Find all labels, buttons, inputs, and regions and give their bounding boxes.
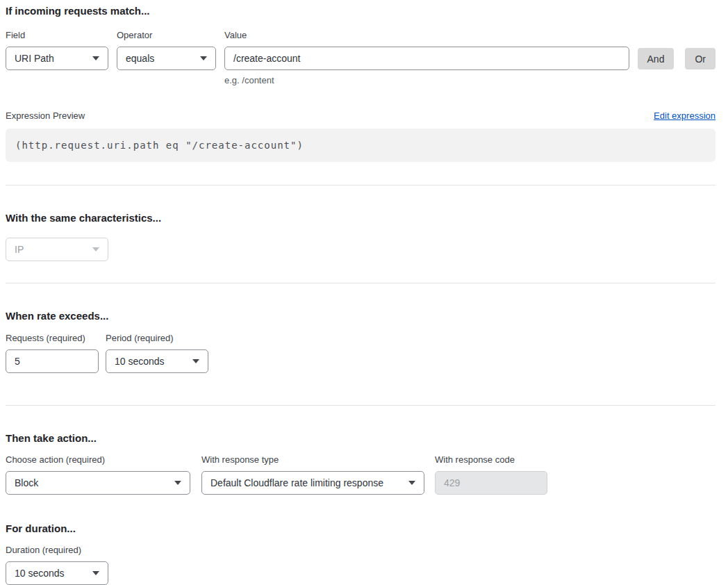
requests-label: Requests (required) bbox=[6, 333, 99, 343]
field-select[interactable]: URI Path bbox=[6, 47, 108, 70]
duration-select[interactable]: 10 seconds bbox=[6, 561, 108, 585]
value-input[interactable] bbox=[224, 47, 629, 70]
response-type-column: With response type Default Cloudflare ra… bbox=[201, 455, 424, 495]
spacer bbox=[6, 406, 715, 433]
chevron-down-icon bbox=[92, 247, 99, 252]
spacer bbox=[6, 186, 715, 213]
operator-select-value: equals bbox=[126, 53, 154, 64]
spacer bbox=[6, 283, 715, 311]
response-type-select[interactable]: Default Cloudflare rate limiting respons… bbox=[201, 471, 424, 495]
field-select-value: URI Path bbox=[15, 53, 54, 64]
spacer bbox=[6, 261, 715, 283]
field-column: Field URI Path bbox=[6, 31, 108, 70]
period-label: Period (required) bbox=[106, 333, 208, 343]
choose-action-label: Choose action (required) bbox=[6, 455, 190, 465]
operator-label: Operator bbox=[117, 31, 216, 40]
requests-input[interactable] bbox=[6, 349, 99, 373]
period-select[interactable]: 10 seconds bbox=[106, 349, 208, 373]
response-code-input bbox=[435, 471, 547, 495]
chevron-down-icon bbox=[200, 56, 207, 60]
value-column: Value e.g. /content bbox=[224, 31, 629, 85]
response-code-column: With response code bbox=[435, 455, 547, 495]
response-type-select-value: Default Cloudflare rate limiting respons… bbox=[210, 477, 383, 488]
expression-preview-label: Expression Preview bbox=[6, 111, 85, 121]
duration-select-value: 10 seconds bbox=[15, 568, 65, 579]
section-incoming-requests: If incoming requests match... Field URI … bbox=[6, 6, 715, 162]
rate-row: Requests (required) Period (required) 10… bbox=[6, 333, 715, 373]
requests-column: Requests (required) bbox=[6, 333, 99, 373]
section-duration: For duration... Duration (required) 10 s… bbox=[6, 523, 715, 585]
chevron-down-icon bbox=[92, 56, 99, 60]
chevron-down-icon bbox=[174, 481, 181, 485]
chevron-down-icon bbox=[408, 481, 415, 485]
expression-preview-header: Expression Preview Edit expression bbox=[6, 110, 715, 121]
period-column: Period (required) 10 seconds bbox=[106, 333, 208, 373]
spacer bbox=[6, 373, 715, 405]
operator-column: Operator equals bbox=[117, 31, 216, 70]
edit-expression-link[interactable]: Edit expression bbox=[654, 110, 715, 121]
choose-action-column: Choose action (required) Block bbox=[6, 455, 190, 495]
characteristics-select: IP bbox=[6, 238, 108, 261]
or-button[interactable]: Or bbox=[685, 48, 715, 69]
section-rate: When rate exceeds... Requests (required)… bbox=[6, 311, 715, 373]
spacer bbox=[6, 162, 715, 185]
duration-label: Duration (required) bbox=[6, 545, 715, 555]
rate-heading: When rate exceeds... bbox=[6, 311, 715, 322]
andor-buttons: And Or bbox=[629, 31, 715, 69]
section-characteristics: With the same characteristics... IP bbox=[6, 213, 715, 261]
rate-limiting-rule-form: If incoming requests match... Field URI … bbox=[0, 0, 728, 585]
operator-select[interactable]: equals bbox=[117, 47, 216, 70]
response-code-label: With response code bbox=[435, 455, 547, 465]
match-expression-row: Field URI Path Operator equals Value e.g… bbox=[6, 31, 715, 85]
response-type-label: With response type bbox=[201, 455, 424, 465]
period-select-value: 10 seconds bbox=[115, 356, 165, 367]
chevron-down-icon bbox=[92, 571, 99, 575]
and-button[interactable]: And bbox=[638, 48, 675, 69]
duration-heading: For duration... bbox=[6, 523, 715, 534]
chevron-down-icon bbox=[192, 359, 199, 363]
characteristics-heading: With the same characteristics... bbox=[6, 213, 715, 224]
characteristics-select-value: IP bbox=[15, 244, 24, 255]
value-label: Value bbox=[224, 31, 629, 40]
value-hint: e.g. /content bbox=[224, 75, 629, 85]
section-action: Then take action... Choose action (requi… bbox=[6, 433, 715, 585]
choose-action-select-value: Block bbox=[15, 477, 38, 488]
expression-preview-code: (http.request.uri.path eq "/create-accou… bbox=[6, 129, 715, 162]
action-heading: Then take action... bbox=[6, 433, 715, 444]
field-label: Field bbox=[6, 31, 108, 40]
action-row: Choose action (required) Block With resp… bbox=[6, 455, 715, 495]
incoming-requests-heading: If incoming requests match... bbox=[6, 6, 715, 17]
choose-action-select[interactable]: Block bbox=[6, 471, 190, 495]
